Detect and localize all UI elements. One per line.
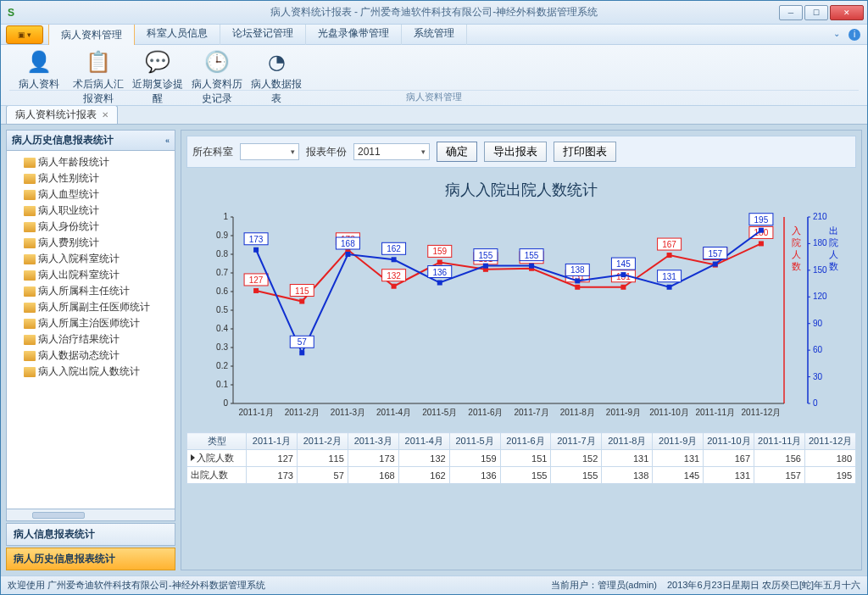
tree-item-5[interactable]: 病人费别统计 <box>8 235 173 251</box>
svg-text:155: 155 <box>479 251 493 260</box>
svg-rect-128 <box>713 262 718 267</box>
tree-item-6[interactable]: 病人入院科室统计 <box>8 251 173 267</box>
svg-text:2011-3月: 2011-3月 <box>331 408 365 417</box>
svg-text:0.4: 0.4 <box>216 324 228 333</box>
tree-item-7[interactable]: 病人出院科室统计 <box>8 267 173 283</box>
table-row: 出院人数17357168162136155155138145131157195 <box>187 467 856 484</box>
svg-text:0.8: 0.8 <box>216 249 228 259</box>
svg-text:180: 180 <box>813 238 827 247</box>
svg-text:90: 90 <box>813 319 823 328</box>
svg-text:210: 210 <box>813 212 827 221</box>
svg-text:2011-10月: 2011-10月 <box>649 408 689 417</box>
window-controls: ─ ☐ ✕ <box>779 5 864 20</box>
svg-text:2011-7月: 2011-7月 <box>515 408 549 417</box>
maximize-button[interactable]: ☐ <box>804 5 828 20</box>
ribbon-toolbar: 👤病人资料📋术后病人汇报资料💬近期复诊提醒🕒病人资料历史记录◔病人数据报表 病人… <box>1 45 867 106</box>
svg-text:数: 数 <box>792 261 801 271</box>
tree-item-4[interactable]: 病人身份统计 <box>8 219 173 235</box>
svg-text:2011-5月: 2011-5月 <box>422 408 457 417</box>
status-date: 2013年6月23日星期日 农历癸巳[蛇]年五月十六 <box>667 579 860 592</box>
svg-text:2011-12月: 2011-12月 <box>742 408 782 417</box>
svg-text:150: 150 <box>813 265 827 275</box>
svg-text:0.7: 0.7 <box>216 268 228 277</box>
document-tab[interactable]: 病人资料统计报表 ✕ <box>6 105 118 124</box>
svg-rect-125 <box>667 285 672 290</box>
svg-text:131: 131 <box>662 272 676 281</box>
revisit-reminder-icon: 💬 <box>144 48 171 75</box>
svg-rect-110 <box>437 281 442 286</box>
history-record-icon: 🕒 <box>203 48 231 75</box>
svg-rect-89 <box>667 253 672 258</box>
svg-rect-83 <box>575 285 580 290</box>
menu-tab-1[interactable]: 科室人员信息 <box>135 23 220 46</box>
sidebar-hscroll[interactable] <box>6 509 175 521</box>
help-icons: ⌄ i <box>833 29 860 41</box>
postop-report-icon: 📋 <box>85 48 112 75</box>
tree-item-12[interactable]: 病人数据动态统计 <box>8 348 173 364</box>
app-menu-button[interactable]: ▣ ▾ <box>6 25 43 44</box>
svg-rect-107 <box>392 257 397 262</box>
accordion-patient-info[interactable]: 病人信息报表统计 <box>6 523 175 546</box>
tree-item-2[interactable]: 病人血型统计 <box>8 186 173 203</box>
svg-text:30: 30 <box>813 372 823 381</box>
line-chart: 00.10.20.30.40.50.60.70.80.9103060901201… <box>186 209 856 429</box>
svg-text:0.5: 0.5 <box>216 305 228 314</box>
dept-combo[interactable]: ▾ <box>240 143 299 160</box>
svg-text:1: 1 <box>223 212 228 221</box>
svg-text:2011-9月: 2011-9月 <box>606 408 641 417</box>
close-tab-icon[interactable]: ✕ <box>102 110 108 120</box>
svg-text:入: 入 <box>792 225 801 236</box>
year-label: 报表年份 <box>306 145 347 159</box>
tree-item-0[interactable]: 病人年龄段统计 <box>8 154 173 170</box>
tree-item-3[interactable]: 病人职业统计 <box>8 203 173 219</box>
tree-item-1[interactable]: 病人性别统计 <box>8 170 173 186</box>
menu-tab-0[interactable]: 病人资料管理 <box>48 23 135 46</box>
svg-rect-62 <box>253 288 259 293</box>
svg-text:0.6: 0.6 <box>216 286 228 296</box>
minimize-button[interactable]: ─ <box>779 5 803 20</box>
svg-text:60: 60 <box>813 345 823 354</box>
help-icon[interactable]: i <box>849 29 860 41</box>
tree-item-13[interactable]: 病人入院出院人数统计 <box>8 364 173 380</box>
year-combo[interactable]: 2011▾ <box>353 143 430 160</box>
svg-text:2011-1月: 2011-1月 <box>239 408 274 417</box>
export-button[interactable]: 导出报表 <box>484 142 547 162</box>
svg-text:院: 院 <box>792 237 801 247</box>
tree-item-10[interactable]: 病人所属主治医师统计 <box>8 315 173 331</box>
document-tabstrip: 病人资料统计报表 ✕ <box>1 106 867 125</box>
ok-button[interactable]: 确定 <box>437 142 477 162</box>
status-welcome: 欢迎使用 广州爱奇迪软件科技有限公司-神经外科数据管理系统 <box>8 579 265 592</box>
svg-text:168: 168 <box>341 239 355 248</box>
svg-text:2011-4月: 2011-4月 <box>376 408 411 417</box>
svg-text:2011-11月: 2011-11月 <box>695 408 735 417</box>
svg-text:出: 出 <box>829 225 838 236</box>
svg-text:138: 138 <box>570 265 585 275</box>
svg-text:0.1: 0.1 <box>216 380 228 389</box>
svg-text:人: 人 <box>792 249 801 259</box>
data-table: 类型2011-1月2011-2月2011-3月2011-4月2011-5月201… <box>186 432 856 484</box>
accordion-patient-history[interactable]: 病人历史信息报表统计 <box>6 548 175 570</box>
tree-item-11[interactable]: 病人治疗结果统计 <box>8 331 173 348</box>
window-title: 病人资料统计报表 - 广州爱奇迪软件科技有限公司-神经外科数据管理系统 <box>270 5 598 19</box>
menu-tab-3[interactable]: 光盘录像带管理 <box>306 23 402 46</box>
svg-text:127: 127 <box>249 275 264 285</box>
svg-text:人: 人 <box>829 249 838 259</box>
svg-rect-122 <box>620 272 626 277</box>
svg-rect-116 <box>529 264 534 269</box>
chart-area: 病人入院出院人数统计 00.10.20.30.40.50.60.70.80.91… <box>186 175 856 564</box>
svg-text:132: 132 <box>387 271 401 281</box>
collapse-icon[interactable]: « <box>165 136 170 145</box>
svg-rect-98 <box>253 247 259 253</box>
close-button[interactable]: ✕ <box>830 5 864 20</box>
app-window: S 病人资料统计报表 - 广州爱奇迪软件科技有限公司-神经外科数据管理系统 ─ … <box>0 0 868 595</box>
chevron-down-icon[interactable]: ⌄ <box>833 29 840 41</box>
tree-item-8[interactable]: 病人所属科主任统计 <box>8 283 173 299</box>
svg-text:115: 115 <box>295 286 309 296</box>
print-button[interactable]: 打印图表 <box>554 142 616 162</box>
tree-item-9[interactable]: 病人所属副主任医师统计 <box>8 299 173 315</box>
svg-rect-95 <box>759 241 764 246</box>
app-icon: S <box>4 6 18 19</box>
menu-tab-2[interactable]: 论坛登记管理 <box>220 23 306 46</box>
menu-tab-4[interactable]: 系统管理 <box>402 23 467 46</box>
svg-rect-71 <box>392 284 397 289</box>
